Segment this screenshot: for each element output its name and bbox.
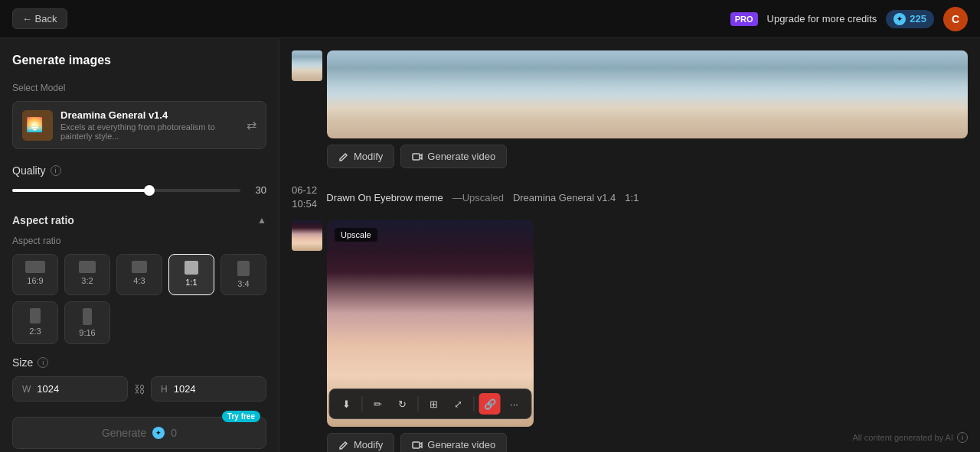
aspect-label-9-16: 9:16 [79,328,95,337]
model-info: Dreamina General v1.4 Excels at everythi… [60,109,239,141]
pro-badge: PRO [730,12,758,26]
width-input-group[interactable]: W 1024 [12,376,128,402]
quality-info-icon[interactable]: i [51,165,61,176]
credits-count: 225 [910,13,926,24]
aspect-label-3-2: 3:2 [81,276,93,285]
size-info-icon[interactable]: i [38,357,48,368]
top-thumb-image [292,50,322,81]
meta-date: 06-1210:54 [292,184,317,211]
model-selector[interactable]: Dreamina General v1.4 Excels at everythi… [12,101,266,149]
content-area: 📁 Modify [279,38,980,452]
aspect-btn-3-2[interactable]: 3:2 [64,254,110,295]
aspect-label-4-3: 4:3 [133,276,145,285]
generate-credits-icon: ✦ [152,427,165,439]
upgrade-text[interactable]: Upgrade for more credits [767,13,877,24]
quality-row: Quality i [12,164,266,177]
generate-credits: 0 [171,427,177,439]
generate-video-button-main[interactable]: Generate video [400,433,507,452]
aspect-shape-3-2 [79,261,96,273]
refresh-button[interactable]: ↻ [392,393,413,415]
top-image-eyes [327,50,968,138]
footer-text: All content generated by AI [853,433,953,442]
height-input-group[interactable]: H 1024 [151,376,266,402]
aspect-label-2-3: 2:3 [29,327,41,336]
main-thumb-face-1 [292,220,322,251]
height-value: 1024 [174,383,196,395]
quality-slider-track [12,189,240,192]
aspect-ratio-grid-row1: 16:9 3:2 4:3 1:1 3:4 [12,254,266,295]
top-image-main [327,50,968,138]
main-thumbnail-1[interactable] [292,220,322,251]
video-icon-main [412,440,423,450]
link-button[interactable]: 🔗 [479,393,501,415]
footer-info-icon[interactable]: i [957,432,968,443]
modify-button-top[interactable]: Modify [327,145,394,168]
width-value: 1024 [37,383,59,395]
credits-badge[interactable]: ✦ 225 [886,10,934,28]
avatar[interactable]: C [943,7,968,31]
expand-button[interactable]: ⊞ [423,393,445,415]
meta-ratio: 1:1 [625,192,639,203]
modify-button-main[interactable]: Modify [327,433,394,452]
generate-row: Try free Generate ✦ 0 [12,417,266,449]
toolbar-divider-3 [474,396,475,411]
modify-icon-main [338,440,349,450]
generate-label: Generate [102,427,146,439]
top-image-actions: Modify Generate video [327,145,968,168]
header: ← Back PRO Upgrade for more credits ✦ 22… [0,0,980,38]
meta-model: Dreamina General v1.4 [513,192,616,203]
aspect-shape-3-4 [237,261,250,276]
fullscreen-button[interactable]: ⤢ [448,393,469,415]
modify-icon-top [338,151,349,162]
link-dimensions-icon[interactable]: ⛓ [134,383,145,395]
size-label: Size [12,356,33,369]
aspect-label-16-9: 16:9 [27,276,43,285]
video-icon-top [412,151,423,162]
toolbar-divider-2 [418,396,419,411]
toolbar-divider-1 [362,396,363,411]
try-free-badge: Try free [222,411,260,422]
quality-value: 30 [248,184,266,196]
aspect-label-3-4: 3:4 [237,279,249,288]
top-thumbnail[interactable] [292,50,322,81]
aspect-btn-16-9[interactable]: 16:9 [12,254,58,295]
top-image-section: Modify Generate video [292,50,968,168]
modify-label-main: Modify [354,439,383,450]
download-button[interactable]: ⬇ [336,393,358,415]
aspect-shape-9-16 [83,308,92,325]
top-thumb-col [292,50,322,81]
aspect-btn-1-1[interactable]: 1:1 [168,254,214,295]
header-right: PRO Upgrade for more credits ✦ 225 C [730,7,968,31]
aspect-ratio-section-header[interactable]: Aspect ratio ▲ [12,214,266,226]
aspect-btn-3-4[interactable]: 3:4 [220,254,266,295]
aspect-label-1-1: 1:1 [185,278,197,287]
size-inputs: W 1024 ⛓ H 1024 [12,376,266,402]
aspect-ratio-grid-row2: 2:3 9:16 [12,301,266,344]
aspect-shape-4-3 [132,261,147,273]
sidebar: Generate images Select Model Dreamina Ge… [0,38,279,452]
aspect-btn-4-3[interactable]: 4:3 [116,254,162,295]
more-button[interactable]: ··· [504,393,525,415]
model-adjust-icon: ⇄ [247,118,256,132]
aspect-ratio-sublabel: Aspect ratio [12,236,266,246]
aspect-btn-9-16[interactable]: 9:16 [64,301,110,344]
quality-label: Quality [12,164,46,177]
height-label: H [161,384,168,395]
meta-row: 06-1210:54 Drawn On Eyebrow meme —Upscal… [292,184,968,211]
meta-upscale: —Upscaled [452,192,504,203]
edit-button[interactable]: ✏ [368,393,389,415]
credits-icon: ✦ [893,13,906,25]
footer: All content generated by AI i [853,432,968,443]
generate-video-button-top[interactable]: Generate video [400,145,507,168]
model-thumbnail [22,110,53,141]
model-name: Dreamina General v1.4 [60,109,239,121]
aspect-btn-2-3[interactable]: 2:3 [12,301,58,344]
main-image-section: Upscale ⬇ ✏ ↻ ⊞ ⤢ 🔗 ··· [292,220,968,452]
main-image-container: Upscale ⬇ ✏ ↻ ⊞ ⤢ 🔗 ··· [327,220,534,452]
header-left: ← Back [12,8,67,29]
main-thumb-col [292,220,322,251]
svg-rect-1 [413,442,420,448]
back-button[interactable]: ← Back [12,8,67,29]
upscale-badge: Upscale [335,228,377,242]
top-image-main-col: Modify Generate video [327,50,968,168]
